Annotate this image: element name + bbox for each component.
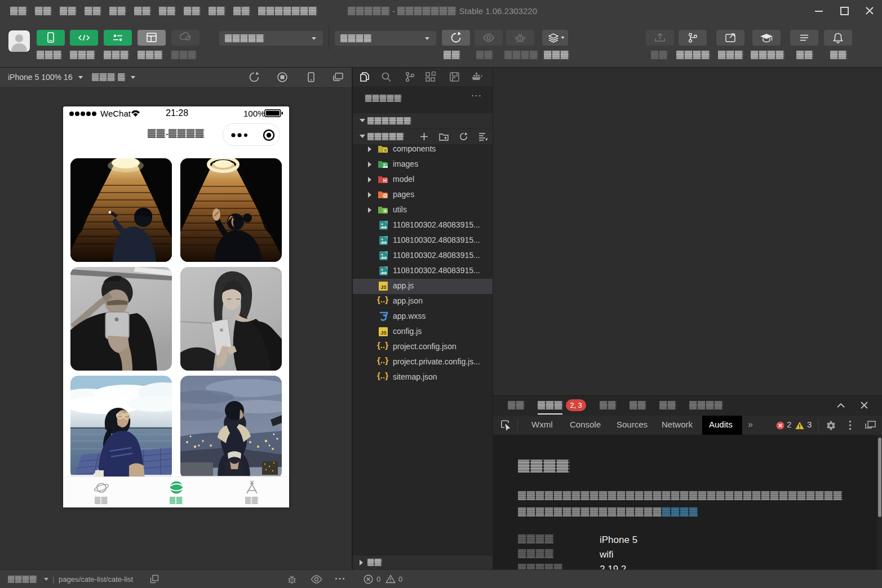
svg-text:JS: JS [380, 284, 387, 290]
svg-text:JS: JS [380, 330, 387, 336]
